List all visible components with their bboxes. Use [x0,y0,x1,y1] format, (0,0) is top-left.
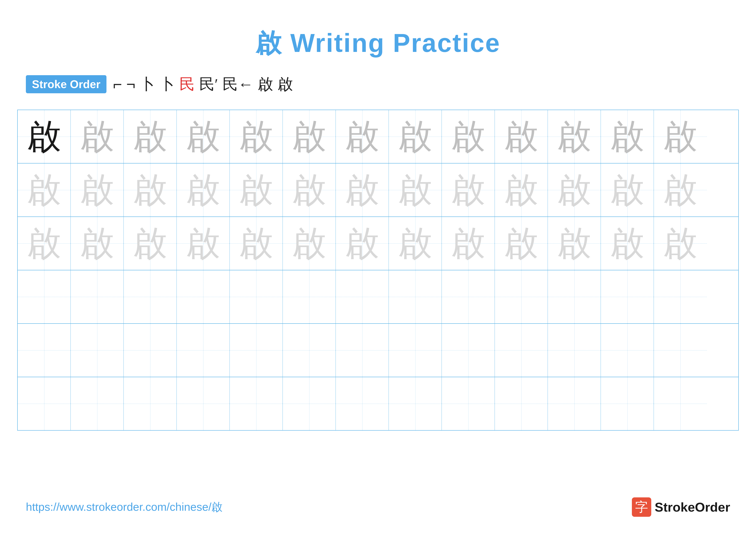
cell-character: 啟 [133,119,168,154]
grid-cell-1-10[interactable]: 啟 [548,164,601,216]
grid-cell-0-1[interactable]: 啟 [71,110,124,163]
grid-cell-5-1[interactable] [71,377,124,430]
grid-cell-2-2[interactable]: 啟 [124,217,177,270]
grid-cell-0-5[interactable]: 啟 [283,110,336,163]
grid-cell-0-2[interactable]: 啟 [124,110,177,163]
grid-cell-2-8[interactable]: 啟 [442,217,495,270]
grid-cell-4-8[interactable] [442,324,495,377]
stroke-step-2: ¬ [126,75,135,93]
cell-character: 啟 [663,119,698,154]
grid-cell-0-3[interactable]: 啟 [177,110,230,163]
grid-cell-0-7[interactable]: 啟 [389,110,442,163]
grid-cell-4-10[interactable] [548,324,601,377]
grid-cell-2-0[interactable]: 啟 [18,217,71,270]
grid-cell-0-11[interactable]: 啟 [601,110,654,163]
grid-cell-2-6[interactable]: 啟 [336,217,389,270]
grid-cell-3-9[interactable] [495,270,548,323]
grid-cell-2-7[interactable]: 啟 [389,217,442,270]
grid-cell-4-12[interactable] [654,324,707,377]
grid-cell-4-2[interactable] [124,324,177,377]
grid-cell-1-2[interactable]: 啟 [124,164,177,216]
grid-cell-4-0[interactable] [18,324,71,377]
grid-cell-4-9[interactable] [495,324,548,377]
grid-cell-1-4[interactable]: 啟 [230,164,283,216]
grid-cell-3-3[interactable] [177,270,230,323]
cell-character: 啟 [345,173,380,207]
grid-cell-2-10[interactable]: 啟 [548,217,601,270]
grid-cell-1-5[interactable]: 啟 [283,164,336,216]
grid-cell-2-5[interactable]: 啟 [283,217,336,270]
cell-character: 啟 [345,119,380,154]
grid-cell-2-9[interactable]: 啟 [495,217,548,270]
grid-cell-4-4[interactable] [230,324,283,377]
grid-cell-2-11[interactable]: 啟 [601,217,654,270]
grid-cell-1-3[interactable]: 啟 [177,164,230,216]
grid-cell-3-1[interactable] [71,270,124,323]
grid-cell-0-6[interactable]: 啟 [336,110,389,163]
stroke-step-7: 民← [222,74,254,94]
grid-cell-5-12[interactable] [654,377,707,430]
grid-cell-0-4[interactable]: 啟 [230,110,283,163]
cell-character: 啟 [398,226,433,261]
grid-cell-1-9[interactable]: 啟 [495,164,548,216]
grid-cell-0-10[interactable]: 啟 [548,110,601,163]
grid-cell-5-0[interactable] [18,377,71,430]
grid-cell-3-8[interactable] [442,270,495,323]
cell-character: 啟 [27,119,62,154]
grid-cell-5-8[interactable] [442,377,495,430]
grid-cell-3-10[interactable] [548,270,601,323]
cell-character: 啟 [610,226,645,261]
grid-cell-5-9[interactable] [495,377,548,430]
grid-cell-5-11[interactable] [601,377,654,430]
cell-character: 啟 [398,173,433,207]
grid-cell-3-6[interactable] [336,270,389,323]
grid-cell-3-0[interactable] [18,270,71,323]
grid-cell-1-0[interactable]: 啟 [18,164,71,216]
grid-cell-2-12[interactable]: 啟 [654,217,707,270]
grid-cell-5-7[interactable] [389,377,442,430]
grid-cell-5-3[interactable] [177,377,230,430]
stroke-step-6: 民′ [199,74,218,94]
grid-cell-3-7[interactable] [389,270,442,323]
footer-logo-icon: 字 [632,497,651,517]
grid-cell-0-0[interactable]: 啟 [18,110,71,163]
grid-cell-5-2[interactable] [124,377,177,430]
cell-character: 啟 [27,173,62,207]
cell-character: 啟 [504,173,539,207]
cell-character: 啟 [292,226,327,261]
grid-cell-0-9[interactable]: 啟 [495,110,548,163]
grid-cell-2-4[interactable]: 啟 [230,217,283,270]
grid-cell-1-7[interactable]: 啟 [389,164,442,216]
grid-cell-3-11[interactable] [601,270,654,323]
cell-character: 啟 [133,173,168,207]
grid-cell-2-1[interactable]: 啟 [71,217,124,270]
grid-cell-5-6[interactable] [336,377,389,430]
grid-cell-3-5[interactable] [283,270,336,323]
grid-cell-1-12[interactable]: 啟 [654,164,707,216]
grid-cell-1-11[interactable]: 啟 [601,164,654,216]
cell-character: 啟 [80,173,115,207]
grid-cell-4-3[interactable] [177,324,230,377]
grid-cell-4-11[interactable] [601,324,654,377]
grid-cell-1-1[interactable]: 啟 [71,164,124,216]
grid-cell-0-8[interactable]: 啟 [442,110,495,163]
grid-row-2: 啟啟啟啟啟啟啟啟啟啟啟啟啟 [18,217,738,270]
grid-cell-5-4[interactable] [230,377,283,430]
grid-cell-2-3[interactable]: 啟 [177,217,230,270]
grid-cell-4-6[interactable] [336,324,389,377]
grid-cell-4-7[interactable] [389,324,442,377]
grid-cell-1-8[interactable]: 啟 [442,164,495,216]
grid-cell-3-4[interactable] [230,270,283,323]
grid-cell-4-1[interactable] [71,324,124,377]
grid-cell-1-6[interactable]: 啟 [336,164,389,216]
grid-cell-5-5[interactable] [283,377,336,430]
cell-character: 啟 [133,226,168,261]
grid-row-1: 啟啟啟啟啟啟啟啟啟啟啟啟啟 [18,164,738,217]
cell-character: 啟 [398,119,433,154]
grid-cell-3-2[interactable] [124,270,177,323]
grid-cell-4-5[interactable] [283,324,336,377]
grid-cell-0-12[interactable]: 啟 [654,110,707,163]
grid-row-5 [18,377,738,430]
grid-cell-5-10[interactable] [548,377,601,430]
grid-cell-3-12[interactable] [654,270,707,323]
